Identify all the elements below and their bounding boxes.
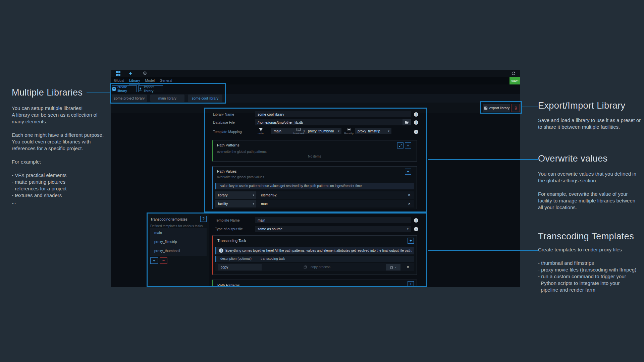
export-import-connector-line (522, 107, 538, 107)
annotation-line: For example, overwrite the value of your (538, 191, 636, 197)
annotation-line: Create templates to render proxy files (538, 246, 636, 253)
page: Multiple Libraries You can setup multipl… (0, 0, 644, 362)
annotation-line: - references for a project (12, 185, 104, 192)
settings-gear-icon[interactable] (143, 71, 147, 75)
annotation-line (538, 253, 636, 260)
annotation-line: ... (12, 199, 104, 205)
annotation-line: all your locations. (538, 204, 636, 211)
multiple-libraries-connector-line (87, 93, 110, 93)
left-annotation-body: You can setup multiple libraries! A libr… (12, 105, 104, 205)
annotation-line (538, 184, 636, 191)
overwrite-values-connector-line (428, 159, 538, 160)
transcoding-templates-annotation: Transcoding Templates Create templates t… (538, 231, 636, 293)
transcoding-highlight-box (147, 213, 427, 287)
apps-grid-icon[interactable] (116, 71, 120, 76)
annotation-line: - thumbnail and filmstrips (538, 260, 636, 266)
export-library-highlight-box (480, 101, 522, 114)
annotation-line: many elements. (12, 118, 104, 125)
left-annotation: Multiple Libraries (12, 87, 83, 98)
add-icon[interactable]: + (129, 70, 132, 77)
annotation-line: - run a custom command to trigger your (538, 273, 636, 280)
window-toolbar: + (111, 70, 520, 77)
annotation-line: pipeline and render farm (538, 287, 636, 293)
annotation-line: references for a specific project. (12, 145, 104, 152)
save-button[interactable]: save (509, 77, 520, 84)
overwrite-values-annotation: Overwrite values You can overwrite value… (538, 154, 636, 211)
annotation-line: - VFX practical elements (12, 172, 104, 179)
left-annotation-title: Multiple Libraries (12, 87, 83, 98)
annotation-line: You could even create libraries with (12, 138, 104, 145)
annotation-line: Each one might have a different purpose. (12, 132, 104, 138)
library-tabs-highlight-box (110, 83, 226, 104)
transcoding-connector-line (428, 250, 538, 251)
overwrite-values-annotation-title: Overwrite values (538, 154, 636, 164)
annotation-line: - matte painting pictures (12, 179, 104, 185)
annotation-line: Save and load a library to use it as a p… (538, 117, 641, 124)
annotation-line: You can overwrite values that you define… (538, 171, 636, 177)
annotation-line: Python scripts to integrate into your (538, 280, 636, 287)
annotation-line: You can setup multiple libraries! (12, 105, 104, 112)
annotation-line: For example: (12, 159, 104, 165)
annotation-line: facility to manage multiple libraries be… (538, 197, 636, 204)
transcoding-templates-annotation-title: Transcoding Templates (538, 231, 636, 242)
annotation-line: - textures and shaders (12, 192, 104, 199)
annotation-line: the global settings section. (538, 177, 636, 184)
overwrite-values-highlight-box (204, 108, 427, 213)
annotation-line (12, 125, 104, 132)
annotation-line (12, 152, 104, 159)
annotation-line: A library can be seen as a collection of (12, 112, 104, 118)
export-import-annotation: Export/Import Library Save and load a li… (538, 101, 641, 130)
refresh-icon[interactable] (511, 71, 516, 76)
annotation-line: - proxy movie files (transcoding with ff… (538, 266, 636, 273)
annotation-line (12, 165, 104, 172)
annotation-line: to share it between multiple facilities. (538, 124, 641, 130)
export-import-annotation-title: Export/Import Library (538, 101, 641, 111)
